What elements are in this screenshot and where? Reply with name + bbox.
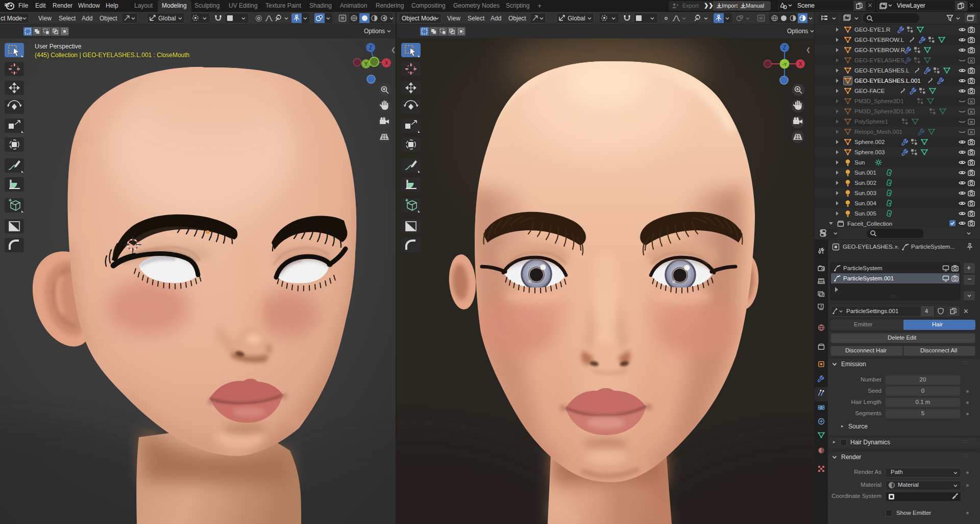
svg-text:Z: Z xyxy=(783,45,786,51)
svg-text:Z: Z xyxy=(369,45,372,51)
svg-text:-Y: -Y xyxy=(782,62,787,67)
svg-text:Y: Y xyxy=(364,61,368,67)
svg-text:X: X xyxy=(799,61,802,67)
svg-text:X: X xyxy=(385,60,388,66)
